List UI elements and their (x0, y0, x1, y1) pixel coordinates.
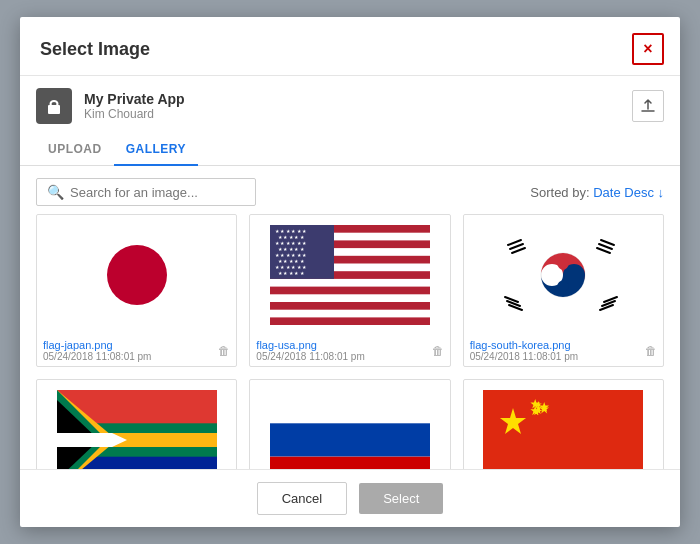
gallery-item-usa[interactable]: ★ ★ ★ ★ ★ ★ ★ ★ ★ ★ ★ ★ ★ ★ ★ ★ ★ ★ ★ ★ … (249, 214, 450, 367)
gallery-info-japan: flag-japan.png 05/24/2018 11:08:01 pm 🗑 (37, 335, 236, 366)
search-icon: 🔍 (47, 184, 64, 200)
app-details: My Private App Kim Chouard (84, 91, 185, 121)
search-box: 🔍 (36, 178, 256, 206)
upload-icon (640, 98, 656, 114)
upload-icon-button[interactable] (632, 90, 664, 122)
svg-rect-46 (270, 457, 430, 469)
svg-point-3 (107, 245, 167, 305)
app-author: Kim Chouard (84, 107, 185, 121)
app-name: My Private App (84, 91, 185, 107)
gallery: flag-japan.png 05/24/2018 11:08:01 pm 🗑 (20, 214, 680, 469)
svg-rect-44 (270, 390, 430, 423)
gallery-img-usa: ★ ★ ★ ★ ★ ★ ★ ★ ★ ★ ★ ★ ★ ★ ★ ★ ★ ★ ★ ★ … (250, 215, 449, 335)
cancel-button[interactable]: Cancel (257, 482, 347, 515)
svg-rect-9 (270, 294, 430, 302)
gallery-img-china (464, 380, 663, 469)
tab-gallery[interactable]: GALLERY (114, 134, 198, 166)
app-info-left: My Private App Kim Chouard (36, 88, 185, 124)
modal-overlay: Select Image × My Private App Kim Chouar… (0, 0, 700, 544)
gallery-filename-japan: flag-japan.png (43, 339, 151, 351)
close-button[interactable]: × (632, 33, 664, 65)
lock-icon (45, 97, 63, 115)
svg-rect-10 (270, 310, 430, 318)
gallery-date-south-korea: 05/24/2018 11:08:01 pm (470, 351, 578, 362)
delete-japan-icon[interactable]: 🗑 (218, 344, 230, 358)
tab-bar: UPLOAD GALLERY (20, 124, 680, 166)
gallery-date-japan: 05/24/2018 11:08:01 pm (43, 351, 151, 362)
search-row: 🔍 Sorted by: Date Desc ↓ (20, 166, 680, 214)
app-info-row: My Private App Kim Chouard (20, 76, 680, 124)
sort-label: Sorted by: Date Desc ↓ (530, 185, 664, 200)
svg-rect-8 (270, 279, 430, 287)
modal-footer: Cancel Select (20, 469, 680, 527)
delete-usa-icon[interactable]: 🗑 (432, 344, 444, 358)
gallery-filename-south-korea: flag-south-korea.png (470, 339, 578, 351)
svg-point-23 (558, 281, 569, 292)
modal-header: Select Image × (20, 17, 680, 76)
svg-point-22 (558, 259, 569, 270)
gallery-item-russia[interactable]: flag-russia.png 🗑 (249, 379, 450, 469)
modal-title: Select Image (40, 39, 150, 60)
modal: Select Image × My Private App Kim Chouar… (20, 17, 680, 527)
gallery-img-russia (250, 380, 449, 469)
gallery-filename-usa: flag-usa.png (256, 339, 364, 351)
search-input[interactable] (70, 185, 245, 200)
tab-upload[interactable]: UPLOAD (36, 134, 114, 166)
gallery-grid: flag-japan.png 05/24/2018 11:08:01 pm 🗑 (36, 214, 664, 469)
gallery-item-china[interactable]: flag-china.png 🗑 (463, 379, 664, 469)
svg-rect-45 (270, 423, 430, 456)
gallery-item-japan[interactable]: flag-japan.png 05/24/2018 11:08:01 pm 🗑 (36, 214, 237, 367)
gallery-item-south-africa[interactable]: flag-south-africa.png 🗑 (36, 379, 237, 469)
gallery-info-usa: flag-usa.png 05/24/2018 11:08:01 pm 🗑 (250, 335, 449, 366)
gallery-img-south-africa (37, 380, 236, 469)
svg-text:★ ★ ★ ★ ★: ★ ★ ★ ★ ★ (278, 270, 305, 276)
delete-south-korea-icon[interactable]: 🗑 (645, 344, 657, 358)
svg-rect-1 (51, 101, 58, 107)
gallery-img-south-korea (464, 215, 663, 335)
select-button[interactable]: Select (359, 483, 443, 514)
svg-marker-43 (112, 433, 217, 447)
gallery-item-south-korea[interactable]: flag-south-korea.png 05/24/2018 11:08:01… (463, 214, 664, 367)
gallery-img-japan (37, 215, 236, 335)
sort-value[interactable]: Date Desc ↓ (593, 185, 664, 200)
gallery-info-south-korea: flag-south-korea.png 05/24/2018 11:08:01… (464, 335, 663, 366)
app-icon (36, 88, 72, 124)
sort-label-text: Sorted by: (530, 185, 589, 200)
gallery-date-usa: 05/24/2018 11:08:01 pm (256, 351, 364, 362)
